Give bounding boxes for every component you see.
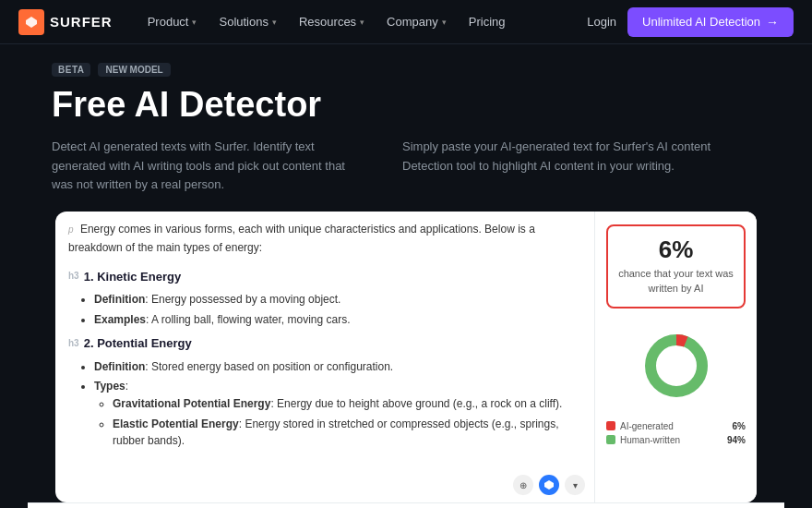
text-intro-para: p Energy comes in various forms, each wi… <box>68 221 581 258</box>
human-color-dot <box>606 435 615 444</box>
section2-heading: h3 2. Potential Energy <box>68 333 581 353</box>
h3-icon: h3 <box>68 336 79 352</box>
section2-subtypes: Gravitational Potential Energy: Energy d… <box>113 395 581 450</box>
section1-def: Definition: Energy possessed by a moving… <box>94 291 581 308</box>
navbar: SURFER Product ▾ Solutions ▾ Resources ▾… <box>0 0 812 44</box>
result-box: 6% chance that your text was written by … <box>606 224 746 308</box>
logo-text: SURFER <box>50 14 113 30</box>
chart-legend: AI-generated 6% Human-written 94% <box>606 421 746 449</box>
nav-item-resources[interactable]: Resources ▾ <box>290 9 374 34</box>
section2-grav: Gravitational Potential Energy: Energy d… <box>113 395 581 413</box>
copy-button[interactable]: ⊕ <box>513 475 533 495</box>
badges: BETA NEW MODEL <box>52 63 760 77</box>
panel-toolbar: ⊕ ▾ <box>513 475 585 495</box>
section2-types: Types: Gravitational Potential Energy: E… <box>94 378 581 449</box>
expand-button[interactable]: ▾ <box>565 475 585 495</box>
nav-links: Product ▾ Solutions ▾ Resources ▾ Compan… <box>138 9 588 34</box>
result-description: chance that your text was written by AI <box>617 267 734 296</box>
badge-beta: BETA <box>52 63 90 77</box>
surfer-icon-button[interactable] <box>539 475 559 495</box>
section2-def: Definition: Stored energy based on posit… <box>94 358 581 376</box>
chevron-down-icon: ▾ <box>272 18 277 27</box>
section1-heading: h3 1. Kinetic Energy <box>68 267 581 286</box>
paragraph-icon: p <box>68 224 74 235</box>
section2-list: Definition: Stored energy based on posit… <box>94 358 581 450</box>
nav-item-product[interactable]: Product ▾ <box>138 9 207 34</box>
hero-descriptions: Detect AI generated texts with Surfer. I… <box>52 138 760 195</box>
page-title: Free AI Detector <box>52 86 760 125</box>
section1-examples: Examples: A rolling ball, flowing water,… <box>94 311 581 329</box>
text-input-panel[interactable]: p Energy comes in various forms, each wi… <box>55 212 595 502</box>
donut-chart <box>639 329 713 403</box>
badge-new-model: NEW MODEL <box>98 63 170 77</box>
text-content: p Energy comes in various forms, each wi… <box>68 221 581 450</box>
results-panel: 6% chance that your text was written by … <box>595 212 757 502</box>
nav-right: Login Unlimited AI Detection → <box>587 7 794 37</box>
legend-ai: AI-generated 6% <box>606 421 746 431</box>
section2-elastic: Elastic Potential Energy: Energy stored … <box>113 416 581 450</box>
svg-point-0 <box>651 340 702 392</box>
legend-human: Human-written 94% <box>606 435 746 445</box>
nav-item-pricing[interactable]: Pricing <box>460 9 515 34</box>
human-legend-pct: 94% <box>727 435 746 445</box>
unlimited-detection-button[interactable]: Unlimited AI Detection → <box>627 7 794 37</box>
ai-percentage: 6% <box>617 237 734 261</box>
hero-desc-left: Detect AI generated texts with Surfer. I… <box>52 138 365 195</box>
status-bar: ✓ This text appears to be created by a h… <box>28 502 784 508</box>
arrow-icon: → <box>766 15 779 30</box>
h3-icon: h3 <box>68 269 79 284</box>
section1-list: Definition: Energy possessed by a moving… <box>94 291 581 328</box>
chevron-down-icon: ▾ <box>192 18 197 27</box>
demo-area: p Energy comes in various forms, each wi… <box>55 212 757 502</box>
logo[interactable]: SURFER <box>18 9 113 35</box>
hero-desc-right: Simply paste your AI-generated text for … <box>402 138 716 195</box>
nav-item-solutions[interactable]: Solutions ▾ <box>209 9 285 34</box>
nav-item-company[interactable]: Company ▾ <box>377 9 456 34</box>
hero-section: BETA NEW MODEL Free AI Detector Detect A… <box>0 44 812 195</box>
chevron-down-icon: ▾ <box>442 18 447 27</box>
chevron-down-icon: ▾ <box>360 18 364 27</box>
ai-color-dot <box>606 421 615 430</box>
ai-legend-pct: 6% <box>733 421 746 431</box>
login-link[interactable]: Login <box>587 15 616 29</box>
logo-icon <box>18 9 44 35</box>
